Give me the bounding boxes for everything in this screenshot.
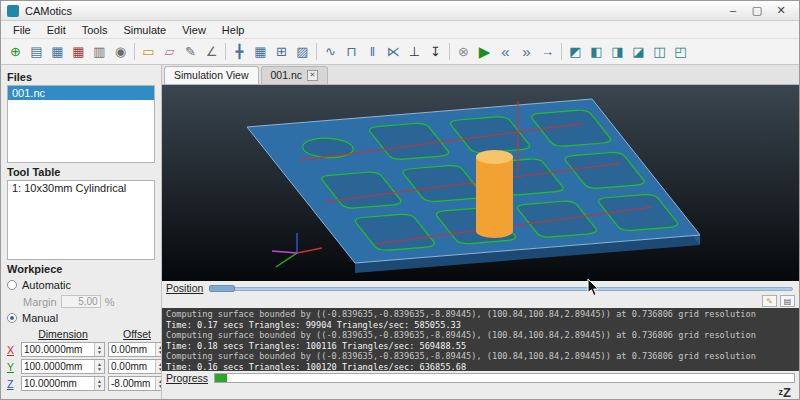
console-line: Time: 0.17 secs Triangles: 99904 Triangl…: [166, 320, 795, 331]
show-surface-icon[interactable]: ▨: [292, 41, 313, 62]
tool-table-list: 1: 10x30mm Cylindrical: [7, 180, 155, 260]
show-toolpath-icon[interactable]: ∿: [320, 41, 341, 62]
axis-z-label: Z: [7, 378, 18, 390]
main-toolbar: ⊕ ▤ ▦ ▦ ▥ ◉ ▭ ▱ ✎ ∠ ╋ ▦ ⊞ ▨ ∿ ⊓ ‖ ⋉ ⊥ ↧ …: [1, 39, 799, 65]
file-item-001nc[interactable]: 001.nc: [8, 86, 154, 100]
menu-view[interactable]: View: [174, 22, 214, 38]
dimension-z-field[interactable]: 10.0000mm ▲▼: [21, 376, 105, 391]
toggle-console-icon[interactable]: ▭: [138, 41, 159, 62]
step-forward-icon[interactable]: »: [516, 41, 537, 62]
plumb-icon[interactable]: ⊥: [404, 41, 425, 62]
tab-001nc[interactable]: 001.nc ✕: [261, 66, 329, 84]
maximize-button[interactable]: ▢: [745, 4, 769, 17]
files-list: 001.nc: [7, 85, 155, 163]
dimension-x-field[interactable]: 100.0000mm ▲▼: [21, 342, 105, 357]
spinner-icon[interactable]: ▲▼: [155, 360, 162, 373]
spinner-icon[interactable]: ▲▼: [155, 343, 162, 356]
view-front-icon[interactable]: ◧: [586, 41, 607, 62]
show-bounds-icon[interactable]: ▦: [250, 41, 271, 62]
show-grid-icon[interactable]: ⊞: [271, 41, 292, 62]
position-slider-track[interactable]: [209, 287, 793, 291]
menu-file[interactable]: File: [5, 22, 39, 38]
simulation-viewport[interactable]: [162, 85, 799, 281]
window-title: CAMotics: [25, 5, 72, 17]
path-intensity-icon[interactable]: ⊓: [341, 41, 362, 62]
axis-x-label: X: [7, 344, 18, 356]
menu-tools[interactable]: Tools: [74, 22, 116, 38]
console-toolbar: ✎ ▤: [162, 295, 799, 308]
menu-edit[interactable]: Edit: [39, 22, 74, 38]
offset-x-value: 0.00mm: [109, 343, 155, 356]
dimension-y-field[interactable]: 100.0000mm ▲▼: [21, 359, 105, 374]
close-button[interactable]: ✕: [769, 4, 793, 17]
export-icon[interactable]: ▥: [89, 41, 110, 62]
menu-simulate[interactable]: Simulate: [115, 22, 174, 38]
view-isometric-icon[interactable]: ◩: [565, 41, 586, 62]
measure-icon[interactable]: ∠: [201, 41, 222, 62]
progress-row: Progress: [162, 371, 799, 385]
open-project-icon[interactable]: ▤: [26, 41, 47, 62]
view-back-icon[interactable]: ◨: [607, 41, 628, 62]
progress-bar-fill: [215, 374, 227, 382]
run-icon[interactable]: ▶: [474, 41, 495, 62]
run-to-end-icon[interactable]: →: [537, 41, 558, 62]
tab-simulation-view[interactable]: Simulation View: [164, 66, 259, 84]
new-project-icon[interactable]: ⊕: [5, 41, 26, 62]
stop-icon[interactable]: ⊗: [453, 41, 474, 62]
view-top-icon[interactable]: ◰: [670, 41, 691, 62]
jog-icon[interactable]: ⋉: [383, 41, 404, 62]
spinner-icon[interactable]: ▲▼: [155, 377, 162, 390]
files-header: Files: [7, 71, 155, 83]
offset-column-header: Offset: [108, 328, 162, 340]
workpiece-header: Workpiece: [7, 263, 155, 275]
toolbar-separator: [561, 43, 562, 60]
manual-radio[interactable]: [7, 313, 17, 323]
spinner-icon[interactable]: ▲▼: [94, 360, 104, 373]
tool-cylinder: [476, 150, 513, 238]
spinner-icon[interactable]: ▲▼: [94, 343, 104, 356]
save-file-icon[interactable]: ▦: [68, 41, 89, 62]
tool-position-icon[interactable]: ↧: [425, 41, 446, 62]
offset-x-field[interactable]: 0.00mm ▲▼: [108, 342, 162, 357]
automatic-radio[interactable]: [7, 280, 17, 290]
console-log[interactable]: Computing surface bounded by ((-0.839635…: [162, 308, 799, 371]
menu-help[interactable]: Help: [214, 22, 253, 38]
main-area: Simulation View 001.nc ✕: [162, 65, 799, 399]
tool-item[interactable]: 1: 10x30mm Cylindrical: [8, 181, 154, 195]
offset-y-value: 0.00mm: [109, 360, 155, 373]
view-left-icon[interactable]: ◪: [628, 41, 649, 62]
console-line: Computing surface bounded by ((-0.839635…: [166, 309, 795, 320]
minimize-button[interactable]: –: [721, 4, 745, 17]
dimension-z-value: 10.0000mm: [22, 377, 94, 390]
step-back-icon[interactable]: «: [495, 41, 516, 62]
clear-console-icon[interactable]: ✎: [762, 295, 777, 307]
console-line: Time: 0.18 secs Triangles: 100116 Triang…: [166, 341, 795, 352]
dimension-y-value: 100.0000mm: [22, 360, 94, 373]
progress-bar: [214, 373, 795, 383]
view-right-icon[interactable]: ◫: [649, 41, 670, 62]
automatic-label: Automatic: [22, 279, 71, 291]
camotics-logo: Z: [783, 385, 791, 400]
margin-field[interactable]: 5.00: [61, 295, 101, 308]
axis-y-label: Y: [7, 361, 18, 373]
path-marks-icon[interactable]: ‖: [362, 41, 383, 62]
position-row: Position: [162, 281, 799, 296]
spinner-icon[interactable]: ▲▼: [94, 377, 104, 390]
console-line: Computing surface bounded by ((-0.839635…: [166, 351, 795, 362]
toolbar-separator: [134, 43, 135, 60]
clear-surface-icon[interactable]: ▱: [159, 41, 180, 62]
export-log-icon[interactable]: ▤: [780, 295, 795, 307]
edit-file-icon[interactable]: ✎: [180, 41, 201, 62]
console-line: Time: 0.16 secs Triangles: 100120 Triang…: [166, 362, 795, 371]
offset-y-field[interactable]: 0.00mm ▲▼: [108, 359, 162, 374]
manual-label: Manual: [22, 312, 58, 324]
snapshot-icon[interactable]: ◉: [110, 41, 131, 62]
margin-unit: %: [105, 296, 115, 308]
position-slider[interactable]: [209, 285, 795, 292]
tab-close-icon[interactable]: ✕: [307, 70, 318, 81]
offset-z-field[interactable]: -8.00mm ▲▼: [108, 376, 162, 391]
toolbar-separator: [449, 43, 450, 60]
show-axes-icon[interactable]: ╋: [229, 41, 250, 62]
save-project-icon[interactable]: ▦: [47, 41, 68, 62]
position-slider-handle[interactable]: [209, 285, 235, 292]
